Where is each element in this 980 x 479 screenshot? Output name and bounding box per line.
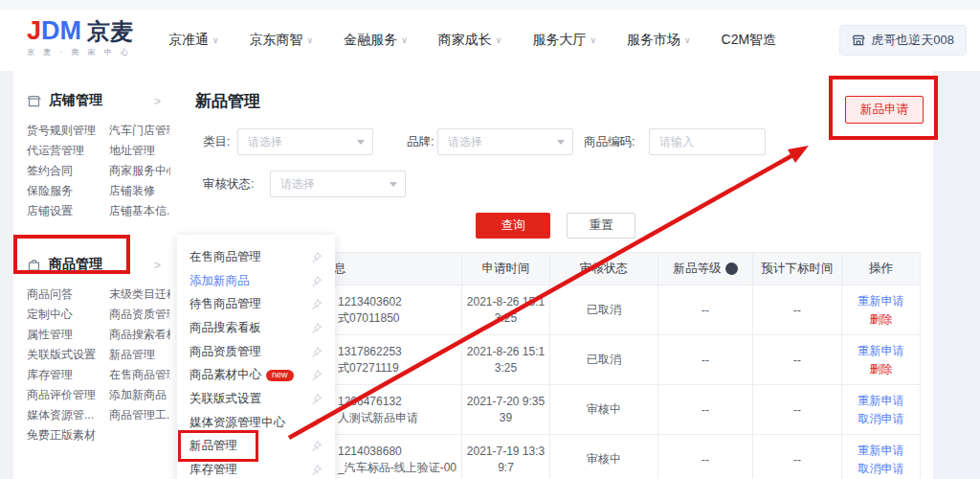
sidebar-item[interactable]: 货号规则管理	[27, 121, 98, 141]
reapply-link[interactable]: 重新申请	[858, 442, 904, 460]
cell-new-level: --	[658, 285, 753, 334]
flyout-menu-item[interactable]: 关联版式设置	[177, 387, 335, 411]
sidebar-item[interactable]: 商家服务中心	[109, 161, 170, 181]
cell-eta: --	[753, 285, 842, 334]
secondary-action-link[interactable]: 取消申请	[858, 460, 904, 478]
nav-item-label: 京东商智	[250, 32, 303, 47]
sidebar-item[interactable]: 库存管理	[27, 365, 98, 385]
secondary-action-link[interactable]: 删除	[870, 360, 893, 378]
sidebar-item[interactable]: 添加新商品	[109, 385, 170, 405]
search-button[interactable]: 查询	[476, 213, 550, 239]
product-desc: 式07271119	[338, 360, 399, 376]
nav-item-label: C2M智造	[722, 32, 777, 47]
cell-actions: 重新申请 删除	[842, 285, 920, 334]
pin-icon[interactable]	[310, 322, 323, 334]
nav-menu-item[interactable]: 京准通∨	[168, 32, 219, 49]
new-product-apply-button[interactable]: 新品申请	[845, 96, 924, 124]
page-title: 新品管理	[195, 90, 260, 112]
sidebar-item[interactable]: 商品评价管理	[27, 385, 98, 405]
logo-letter-j: J	[27, 16, 41, 45]
sidebar-item[interactable]: 商品资质管理	[109, 305, 170, 325]
category-filter-label: 类目:	[203, 128, 230, 155]
sidebar-item[interactable]: 关联版式设置	[27, 345, 98, 365]
pin-icon[interactable]	[310, 369, 323, 381]
brand-select[interactable]: 请选择	[437, 128, 573, 155]
sidebar-item[interactable]: 代运营管理	[27, 141, 98, 161]
sidebar-item[interactable]: 免费正版素材	[27, 425, 98, 445]
sidebar-item[interactable]: 商品管理工...	[109, 405, 170, 425]
info-icon[interactable]	[725, 262, 738, 275]
nav-menu-item[interactable]: 服务大厅∨	[532, 32, 596, 49]
col-apply-time: 申请时间	[462, 253, 550, 285]
flyout-menu-item[interactable]: 新品管理	[177, 435, 335, 459]
sidebar-item[interactable]: 店铺设置	[27, 201, 98, 221]
flyout-item-label: 商品搜索看板	[189, 320, 261, 336]
pin-icon[interactable]	[310, 251, 323, 263]
chevron-down-icon: ∨	[496, 35, 502, 45]
sidebar-section-shop[interactable]: 店铺管理 >	[27, 71, 161, 109]
flyout-menu-item[interactable]: 添加新商品	[177, 269, 335, 293]
sidebar: 店铺管理 > 货号规则管理 汽车门店管理 代运营管理 地址管理 签约合同 商家服…	[13, 71, 170, 479]
sidebar-section-marketing[interactable]: 营销中心 >	[27, 459, 161, 479]
sidebar-item[interactable]: 商品搜索看板	[109, 325, 170, 345]
sidebar-item[interactable]: 汽车门店管理	[109, 121, 170, 141]
pin-icon[interactable]	[310, 393, 323, 405]
flyout-menu-item[interactable]: 在售商品管理	[177, 245, 335, 269]
jdm-logo[interactable]: JDM京麦 京 麦 · 商 家 中 心	[27, 18, 133, 57]
flyout-menu-item[interactable]: 库存管理	[177, 458, 335, 479]
secondary-action-link[interactable]: 删除	[870, 310, 893, 329]
nav-item-label: 金融服务	[344, 32, 397, 47]
nav-menu-item[interactable]: 京东商智∨	[250, 32, 314, 49]
cell-apply-time: 2021-7-19 13:3 9:7	[462, 435, 550, 479]
pin-icon[interactable]	[310, 464, 323, 476]
sidebar-item[interactable]: 地址管理	[109, 141, 170, 161]
status-select[interactable]: 请选择	[270, 171, 406, 197]
sidebar-item[interactable]: 商品问答	[27, 285, 98, 305]
sku-input[interactable]	[649, 128, 766, 155]
sidebar-section-product[interactable]: 商品管理 >	[27, 235, 161, 273]
sidebar-item[interactable]: 签约合同	[27, 161, 98, 181]
flyout-menu-item[interactable]: 商品素材中心 new	[177, 363, 335, 387]
sidebar-item[interactable]: 店铺基本信...	[109, 201, 170, 221]
pin-icon[interactable]	[310, 440, 323, 452]
sidebar-item[interactable]: 末级类目迁移	[109, 285, 170, 305]
secondary-action-link[interactable]: 取消申请	[858, 410, 904, 428]
sidebar-item[interactable]: 保险服务	[27, 181, 98, 201]
sidebar-item[interactable]: 属性管理	[27, 325, 98, 345]
flyout-menu-item[interactable]: 商品搜索看板	[177, 316, 335, 340]
cell-audit-status: 审核中	[550, 385, 658, 434]
cell-eta: --	[753, 385, 842, 434]
cell-new-level: --	[658, 435, 753, 479]
pin-icon[interactable]	[310, 275, 323, 287]
chevron-down-icon	[390, 182, 397, 187]
category-select[interactable]: 请选择	[237, 128, 373, 155]
nav-menu-item[interactable]: 金融服务∨	[344, 32, 408, 49]
right-gutter	[933, 71, 980, 479]
sidebar-item[interactable]: 新品管理	[109, 345, 170, 365]
nav-menu-item[interactable]: C2M智造∨	[722, 32, 777, 49]
pin-icon[interactable]	[310, 346, 323, 358]
sidebar-item[interactable]: 媒体资源管...	[27, 405, 98, 425]
reapply-link[interactable]: 重新申请	[858, 392, 904, 410]
chevron-right-icon[interactable]: >	[154, 259, 161, 272]
pin-icon[interactable]	[310, 417, 323, 429]
nav-menu-item[interactable]: 商家成长∨	[438, 32, 502, 49]
flyout-menu-item[interactable]: 商品资质管理	[177, 340, 335, 364]
sidebar-item[interactable]: 在售商品管理	[109, 365, 170, 385]
reapply-link[interactable]: 重新申请	[858, 342, 904, 360]
shop-account-badge[interactable]: 虎哥也逆天008	[839, 25, 967, 56]
flyout-menu-item[interactable]: 媒体资源管理中心	[177, 411, 335, 435]
reapply-link[interactable]: 重新申请	[858, 292, 904, 310]
flyout-item-label: 新品管理	[189, 438, 237, 454]
reset-button[interactable]: 重置	[567, 213, 635, 239]
flyout-menu-item[interactable]: 待售商品管理	[177, 292, 335, 316]
nav-item-label: 服务市场	[627, 32, 680, 47]
status-filter-label: 审核状态:	[203, 171, 254, 197]
pin-icon[interactable]	[310, 298, 323, 310]
sidebar-item[interactable]: 店铺装修	[109, 181, 170, 201]
flyout-item-label: 添加新商品	[189, 273, 250, 289]
chevron-down-icon	[357, 140, 365, 145]
nav-menu-item[interactable]: 服务市场∨	[627, 32, 691, 49]
sidebar-item[interactable]: 定制中心	[27, 305, 98, 325]
chevron-right-icon[interactable]: >	[154, 95, 161, 108]
